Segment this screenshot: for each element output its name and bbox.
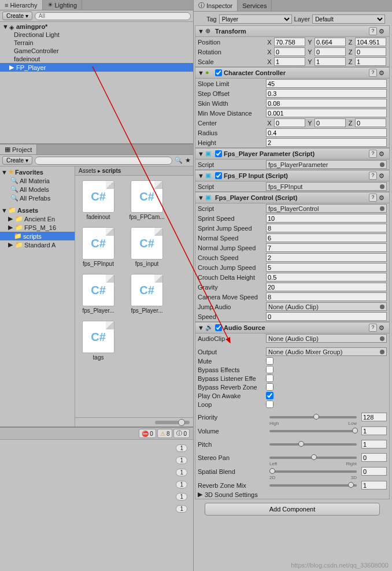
loop-checkbox[interactable]: [266, 401, 273, 408]
folder-item[interactable]: ▶📁Standard A: [0, 240, 75, 249]
object-picker-icon[interactable]: [380, 305, 384, 309]
object-picker-icon[interactable]: [380, 336, 384, 341]
volume-slider[interactable]: [269, 430, 357, 432]
audioclip-field[interactable]: None (Audio Clip): [266, 334, 387, 343]
mute-checkbox[interactable]: [266, 357, 273, 365]
pos-x[interactable]: [274, 38, 305, 46]
fold-icon[interactable]: ▼: [198, 172, 204, 179]
script-field[interactable]: fps_FPInput: [266, 182, 387, 191]
warning-badge[interactable]: ⚠8: [157, 429, 173, 438]
priority-slider[interactable]: [269, 416, 357, 418]
project-tab[interactable]: ▦Project: [0, 144, 37, 154]
pitch-value[interactable]: [361, 440, 387, 448]
gear-icon[interactable]: ⚙: [379, 150, 387, 158]
script-field[interactable]: fps_PlayerParameter: [266, 160, 387, 169]
script-field[interactable]: fps_PlayerControl: [266, 204, 387, 213]
favorite-item[interactable]: 🔍All Materia: [0, 176, 75, 185]
step-offset-input[interactable]: [266, 89, 387, 98]
fold-icon[interactable]: ▼: [198, 194, 204, 201]
info-badge[interactable]: ⓘ0: [173, 429, 190, 438]
hierarchy-item[interactable]: GameController: [0, 47, 193, 55]
layer-select[interactable]: Default: [312, 14, 385, 24]
filter-icon[interactable]: 🔍: [175, 157, 183, 164]
enable-checkbox[interactable]: [215, 172, 222, 179]
gravity-input[interactable]: [266, 283, 387, 291]
error-badge[interactable]: ⛔0: [139, 429, 156, 438]
script-file[interactable]: C#fadeinout: [80, 180, 117, 220]
normal-jump-input[interactable]: [266, 243, 387, 252]
enable-checkbox[interactable]: [215, 69, 222, 76]
favorites-row[interactable]: ▼★Favorites: [0, 168, 75, 176]
hierarchy-item-selected[interactable]: ▶FP_Player: [0, 63, 193, 72]
play-awake-checkbox[interactable]: [266, 392, 273, 399]
thumbnail-size-slider[interactable]: [155, 421, 190, 424]
object-picker-icon[interactable]: [380, 206, 384, 211]
assets-row[interactable]: ▼📁Assets: [0, 206, 75, 214]
radius-input[interactable]: [266, 128, 387, 137]
hierarchy-item[interactable]: Terrain: [0, 39, 193, 47]
gear-icon[interactable]: ⚙: [379, 172, 387, 180]
script-file[interactable]: C#fps_FPInput: [80, 227, 117, 267]
height-input[interactable]: [266, 138, 387, 147]
fold-icon[interactable]: ▼: [198, 69, 204, 76]
breadcrumb[interactable]: Assets ▸ scripts: [75, 166, 193, 176]
gear-icon[interactable]: ⚙: [379, 69, 387, 77]
folder-item-selected[interactable]: 📁scripts: [0, 232, 75, 240]
tag-select[interactable]: Player: [219, 14, 292, 24]
rot-z[interactable]: [355, 47, 386, 56]
spatial-value[interactable]: [361, 467, 387, 476]
console-row[interactable]: 1: [2, 503, 191, 515]
sprint-jump-input[interactable]: [266, 224, 387, 232]
fold-icon[interactable]: ▼: [198, 324, 204, 331]
scale-z[interactable]: [355, 57, 386, 66]
crouch-delta-input[interactable]: [266, 273, 387, 281]
hierarchy-tab[interactable]: ≡Hierarchy: [0, 0, 43, 10]
enable-checkbox[interactable]: [215, 324, 222, 331]
enable-checkbox[interactable]: [215, 150, 222, 157]
object-picker-icon[interactable]: [380, 162, 384, 167]
rot-x[interactable]: [274, 47, 305, 56]
gear-icon[interactable]: ⚙: [379, 28, 387, 35]
output-field[interactable]: None (Audio Mixer Group): [266, 347, 387, 356]
center-y[interactable]: [315, 118, 346, 127]
bypass-reverb-checkbox[interactable]: [266, 383, 273, 391]
fold-icon[interactable]: ▼: [198, 28, 204, 35]
script-file[interactable]: C#fps_Player...: [80, 274, 117, 314]
folder-item[interactable]: ▶📁Ancient En: [0, 214, 75, 223]
speed-input[interactable]: [266, 312, 387, 321]
console-row[interactable]: 1: [2, 466, 191, 479]
center-z[interactable]: [355, 118, 386, 127]
crouch-speed-input[interactable]: [266, 253, 387, 262]
skin-width-input[interactable]: [266, 99, 387, 107]
help-icon[interactable]: ?: [369, 27, 377, 35]
bypass-listener-checkbox[interactable]: [266, 375, 273, 382]
inspector-tab[interactable]: ⓘInspector: [194, 0, 238, 11]
slope-limit-input[interactable]: [266, 79, 387, 88]
script-file[interactable]: C#fps_input: [128, 227, 165, 267]
pitch-slider[interactable]: [269, 443, 357, 446]
hierarchy-search[interactable]: [35, 12, 191, 20]
object-picker-icon[interactable]: [380, 184, 384, 189]
center-x[interactable]: [274, 118, 305, 127]
pos-z[interactable]: [355, 38, 386, 46]
console-row[interactable]: 1: [2, 442, 191, 454]
folder-item[interactable]: ▶📁FPS_M_16: [0, 223, 75, 232]
favorite-item[interactable]: 🔍All Prefabs: [0, 194, 75, 202]
scene-row[interactable]: ▼◈amingpro*: [0, 23, 193, 31]
project-search[interactable]: [35, 157, 172, 165]
scale-x[interactable]: [274, 57, 305, 66]
create-button[interactable]: Create ▾: [2, 12, 32, 20]
script-file[interactable]: C#fps_Player...: [128, 274, 165, 314]
reverb-slider[interactable]: [269, 484, 357, 487]
priority-value[interactable]: [361, 413, 387, 421]
script-file[interactable]: C#fps_FPCam...: [128, 180, 165, 220]
pos-y[interactable]: [315, 38, 346, 46]
reverb-value[interactable]: [361, 481, 387, 490]
add-component-button[interactable]: Add Component: [205, 503, 380, 516]
gear-icon[interactable]: ⚙: [379, 194, 387, 202]
services-tab[interactable]: Services: [238, 0, 272, 11]
help-icon[interactable]: ?: [369, 150, 377, 158]
scale-y[interactable]: [315, 57, 346, 66]
favorite-item[interactable]: 🔍All Models: [0, 185, 75, 194]
stereo-slider[interactable]: [269, 457, 357, 459]
